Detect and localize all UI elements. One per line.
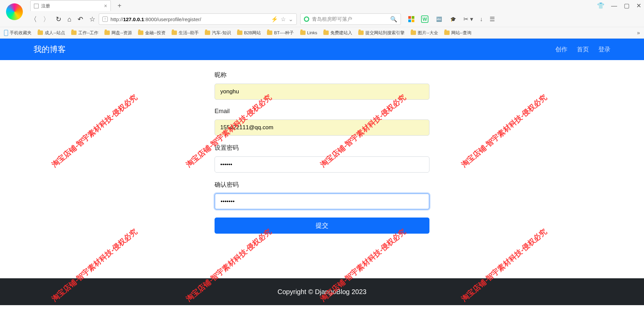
folder-icon	[71, 31, 77, 35]
folder-icon	[38, 31, 43, 35]
bookmark-item[interactable]: 网盘--资源	[104, 30, 132, 36]
folder-icon	[104, 31, 110, 35]
home-button[interactable]: ⌂	[67, 15, 72, 23]
shield-icon[interactable]: !	[102, 16, 108, 22]
site-footer: Copyright © DjangoBlog 2023	[0, 278, 644, 305]
folder-icon	[172, 31, 177, 35]
bookmark-item[interactable]: 成人--站点	[38, 30, 65, 36]
nav-links: 创作 首页 登录	[555, 45, 610, 53]
brand-title[interactable]: 我的博客	[34, 44, 66, 55]
form-group-email: Email	[215, 108, 429, 136]
favorite-button[interactable]: ☆	[89, 15, 95, 23]
bookmark-item[interactable]: 金融--投资	[138, 30, 166, 36]
file-icon	[34, 4, 39, 8]
undo-nav-button[interactable]: ↶	[78, 15, 83, 23]
search-engine-icon[interactable]	[304, 16, 309, 22]
folder-icon	[444, 31, 450, 35]
wps-extension-icon[interactable]: W	[421, 15, 428, 23]
extension-icons: W 🔤 🎓 ✂ ▾ ↓ ☰	[408, 15, 495, 23]
form-group-confirm: 确认密码	[215, 181, 429, 209]
page-content: 我的博客 创作 首页 登录 昵称 Email 设置密码 确认密码 提交 Copy…	[0, 39, 644, 234]
bookmark-item[interactable]: 免费建站入	[323, 30, 352, 36]
forward-button: 〉	[43, 15, 50, 24]
tab-bar: 注册 × + 👕 — ▢ ✕	[0, 0, 644, 11]
folder-icon	[358, 31, 364, 35]
academic-extension-icon[interactable]: 🎓	[449, 15, 457, 23]
nav-login-link[interactable]: 登录	[598, 45, 610, 53]
search-icon[interactable]: 🔍	[390, 16, 397, 23]
watermark-text: 淘宝店铺-智宇素材科技-侵权必究	[50, 92, 139, 170]
bookmark-item[interactable]: 工作--工作	[71, 30, 99, 36]
browser-logo-icon[interactable]	[6, 3, 23, 20]
watermark-text: 淘宝店铺-智宇素材科技-侵权必究	[459, 92, 549, 170]
register-form: 昵称 Email 设置密码 确认密码 提交	[215, 71, 429, 234]
tab-close-icon[interactable]: ×	[104, 3, 107, 9]
search-bar[interactable]: 青岛租房即可落户 🔍	[300, 13, 401, 25]
password-input[interactable]	[215, 156, 429, 173]
copyright-text: Copyright © DjangoBlog 2023	[278, 288, 367, 296]
close-window-button[interactable]: ✕	[636, 2, 641, 9]
bookmark-item[interactable]: 网站--查询	[444, 30, 472, 36]
bookmark-item[interactable]: BT----种子	[267, 30, 294, 36]
confirm-password-input[interactable]	[215, 193, 429, 209]
browser-chrome: 注册 × + 👕 — ▢ ✕ 〈 〉 ↻ ⌂ ↶ ☆ ! http://127.…	[0, 0, 644, 39]
url-bar[interactable]: ! http://127.0.0.1:8000/userprofile/regi…	[99, 13, 297, 25]
nav-create-link[interactable]: 创作	[555, 45, 567, 53]
flash-icon[interactable]: ⚡	[271, 16, 278, 23]
folder-icon	[323, 31, 329, 35]
url-text: http://127.0.0.1:8000/userprofile/regist…	[110, 16, 268, 22]
bookmark-item[interactable]: 图片--大全	[411, 30, 438, 36]
nickname-label: 昵称	[215, 71, 429, 79]
email-input[interactable]	[215, 120, 429, 136]
window-controls: 👕 — ▢ ✕	[597, 0, 641, 11]
folder-icon	[205, 31, 210, 35]
bookmark-item[interactable]: 汽车-知识	[205, 30, 231, 36]
browser-toolbar: 〈 〉 ↻ ⌂ ↶ ☆ ! http://127.0.0.1:8000/user…	[0, 11, 644, 27]
nav-home-link[interactable]: 首页	[577, 45, 589, 53]
folder-icon	[300, 31, 306, 35]
new-tab-button[interactable]: +	[115, 2, 124, 10]
nav-buttons: 〈 〉 ↻ ⌂ ↶ ☆	[30, 15, 95, 24]
site-navbar: 我的博客 创作 首页 登录	[0, 39, 644, 60]
url-dropdown-icon[interactable]: ⌄	[288, 16, 293, 23]
bookmark-item[interactable]: Links	[300, 30, 317, 35]
form-group-nickname: 昵称	[215, 71, 429, 100]
submit-button[interactable]: 提交	[215, 218, 429, 234]
bookmark-mobile[interactable]: 手机收藏夹	[4, 30, 32, 36]
folder-icon	[237, 31, 242, 35]
scissors-icon[interactable]: ✂ ▾	[463, 15, 473, 23]
downloads-icon[interactable]: ↓	[480, 16, 483, 23]
tab-title: 注册	[41, 3, 50, 9]
bookmark-star-icon[interactable]: ☆	[281, 16, 286, 23]
back-button[interactable]: 〈	[30, 15, 37, 24]
password-label: 设置密码	[215, 144, 429, 152]
email-label: Email	[215, 108, 429, 115]
maximize-button[interactable]: ▢	[624, 2, 630, 9]
bookmarks-bar: 手机收藏夹 成人--站点 工作--工作 网盘--资源 金融--投资 生活--助手…	[0, 27, 644, 38]
bookmarks-overflow-icon[interactable]: »	[637, 30, 640, 36]
translate-extension-icon[interactable]: 🔤	[435, 15, 443, 23]
grid-apps-icon[interactable]	[408, 16, 414, 22]
phone-icon	[4, 30, 8, 36]
menu-icon[interactable]: ☰	[490, 15, 495, 23]
bookmark-item[interactable]: 生活--助手	[172, 30, 199, 36]
confirm-password-label: 确认密码	[215, 181, 429, 189]
folder-icon	[411, 31, 416, 35]
theme-icon[interactable]: 👕	[597, 2, 604, 9]
form-group-password: 设置密码	[215, 144, 429, 173]
minimize-button[interactable]: —	[611, 2, 617, 9]
folder-icon	[267, 31, 272, 35]
nickname-input[interactable]	[215, 84, 429, 100]
bookmark-item[interactable]: 提交网站到搜索引擎	[358, 30, 405, 36]
browser-tab[interactable]: 注册 ×	[30, 0, 111, 11]
search-placeholder: 青岛租房即可落户	[312, 16, 387, 22]
bookmark-item[interactable]: B2B网站	[237, 30, 261, 36]
folder-icon	[138, 31, 143, 35]
refresh-button[interactable]: ↻	[56, 15, 61, 23]
